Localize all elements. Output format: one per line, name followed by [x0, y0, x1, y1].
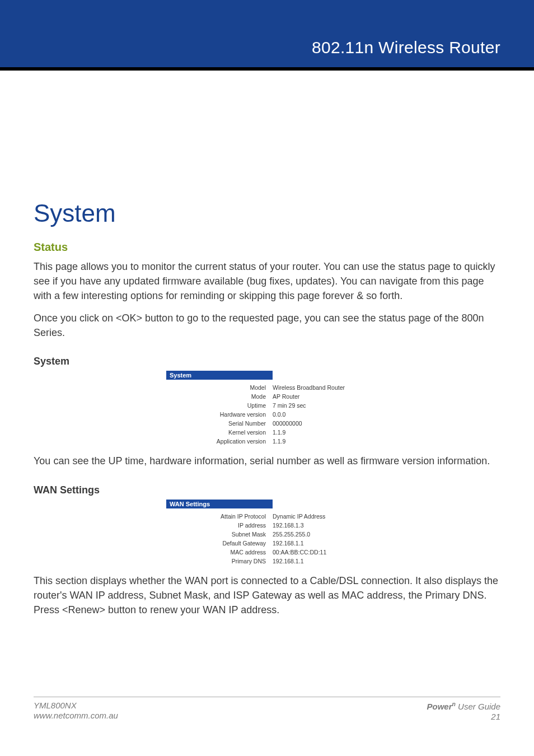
status-subheading: Status	[34, 241, 500, 254]
status-key: Attain IP Protocol	[166, 513, 273, 520]
footer-right: Powern User Guide 21	[427, 701, 500, 723]
status-row: ModelWireless Broadband Router	[166, 383, 368, 392]
status-key: Mode	[166, 393, 273, 400]
status-value: 7 min 29 sec	[273, 402, 368, 409]
status-row: Serial Number000000000	[166, 419, 368, 428]
status-value: Wireless Broadband Router	[273, 384, 368, 391]
wan-heading: WAN Settings	[34, 484, 500, 496]
footer-left: YML800NX www.netcomm.com.au	[34, 701, 118, 722]
status-value: AP Router	[273, 393, 368, 400]
system-heading: System	[34, 356, 500, 367]
status-key: Primary DNS	[166, 558, 273, 564]
status-value: 0.0.0	[273, 411, 368, 418]
system-status-panel: System ModelWireless Broadband RouterMod…	[166, 371, 368, 446]
status-row: IP address192.168.1.3	[166, 521, 368, 530]
status-value: 192.168.1.3	[273, 522, 368, 529]
status-row: Kernel version1.1.9	[166, 428, 368, 437]
status-value: 000000000	[273, 420, 368, 427]
status-key: Uptime	[166, 402, 273, 409]
status-value: 1.1.9	[273, 429, 368, 436]
status-value: 192.168.1.1	[273, 540, 368, 547]
status-row: Default Gateway192.168.1.1	[166, 539, 368, 548]
status-row: Uptime7 min 29 sec	[166, 401, 368, 410]
status-value: 192.168.1.1	[273, 558, 368, 564]
wan-status-panel: WAN Settings Attain IP ProtocolDynamic I…	[166, 500, 368, 566]
status-key: Default Gateway	[166, 540, 273, 547]
status-key: IP address	[166, 522, 273, 529]
status-key: Hardware version	[166, 411, 273, 418]
content: System Status This page allows you to mo…	[0, 71, 534, 617]
footer-brand: Powern User Guide	[427, 702, 500, 711]
wan-after-text: This section displays whether the WAN po…	[34, 573, 500, 617]
status-value: Dynamic IP Address	[273, 513, 368, 520]
status-key: Application version	[166, 438, 273, 445]
status-row: Hardware version0.0.0	[166, 410, 368, 419]
status-row: ModeAP Router	[166, 392, 368, 401]
status-row: Primary DNS192.168.1.1	[166, 557, 368, 566]
status-key: MAC address	[166, 549, 273, 556]
status-key: Model	[166, 384, 273, 391]
system-panel-body: ModelWireless Broadband RouterModeAP Rou…	[166, 380, 368, 446]
status-paragraph-1: This page allows you to monitor the curr…	[34, 259, 500, 303]
system-after-text: You can see the UP time, hardware inform…	[34, 454, 500, 468]
footer-rule	[34, 697, 500, 697]
footer-model: YML800NX	[34, 701, 77, 710]
status-row: Subnet Mask255.255.255.0	[166, 530, 368, 539]
header-bar: 802.11n Wireless Router	[0, 0, 534, 67]
page-h1: System	[34, 199, 500, 227]
status-row: MAC address00:AA:BB:CC:DD:11	[166, 548, 368, 557]
system-panel-header: System	[166, 371, 273, 380]
status-key: Kernel version	[166, 429, 273, 436]
status-row: Attain IP ProtocolDynamic IP Address	[166, 512, 368, 521]
header-title: 802.11n Wireless Router	[312, 38, 500, 57]
status-value: 255.255.255.0	[273, 531, 368, 538]
status-key: Serial Number	[166, 420, 273, 427]
footer-page-number: 21	[427, 712, 500, 722]
status-paragraph-2: Once you click on <OK> button to go to t…	[34, 311, 500, 340]
footer-url: www.netcomm.com.au	[34, 711, 118, 720]
status-value: 1.1.9	[273, 438, 368, 445]
wan-panel-header: WAN Settings	[166, 500, 273, 508]
wan-panel-body: Attain IP ProtocolDynamic IP AddressIP a…	[166, 508, 368, 566]
status-value: 00:AA:BB:CC:DD:11	[273, 549, 368, 556]
status-key: Subnet Mask	[166, 531, 273, 538]
status-row: Application version1.1.9	[166, 437, 368, 446]
footer: YML800NX www.netcomm.com.au Powern User …	[34, 697, 500, 723]
